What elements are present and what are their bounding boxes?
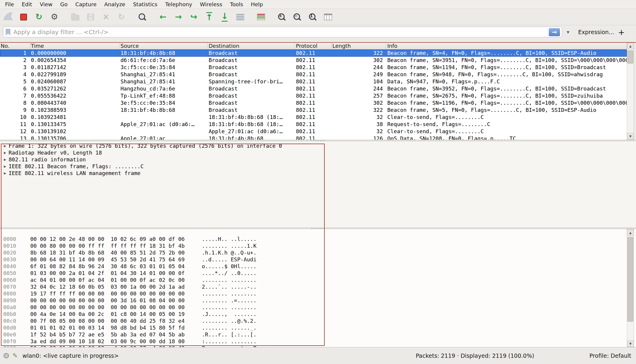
packet-row[interactable]: 40.022799189Shanghai_27:85:41Broadcast80… bbox=[0, 71, 627, 78]
hex-row[interactable]: 00d001 01 01 02 01 00 03 14 98 d8 bd b4 … bbox=[0, 324, 636, 331]
find-packet-button[interactable] bbox=[136, 10, 148, 24]
packet-row[interactable]: 100.10392348118:31:bf:4b:8b:68 (18:…802.… bbox=[0, 114, 627, 121]
capture-options-button[interactable]: ⚙ bbox=[48, 10, 61, 24]
zoom-reset-button[interactable]: 1 bbox=[306, 10, 319, 24]
column-header-protocol[interactable]: Protocol bbox=[295, 42, 332, 49]
column-header-source[interactable]: Source bbox=[120, 42, 208, 49]
add-filter-button[interactable]: + bbox=[618, 28, 625, 36]
hex-offset: 0080 bbox=[3, 290, 16, 297]
hex-row[interactable]: 00e01f 52 b4 b5 b7 72 ae e5 5b ab 3a ed … bbox=[0, 331, 636, 338]
zoom-out-icon: − bbox=[293, 12, 302, 21]
menu-go[interactable]: Go bbox=[56, 0, 72, 8]
hex-row[interactable]: 00a000 00 00 00 00 00 00 00 00 00 00 00 … bbox=[0, 304, 636, 311]
hex-row[interactable]: 00c000 7f 08 05 00 08 00 00 00 00 40 dd … bbox=[0, 317, 636, 324]
go-to-packet-button[interactable]: ↪ bbox=[188, 10, 200, 24]
detail-line[interactable]: ▶802.11 radio information bbox=[0, 156, 636, 163]
column-header-info[interactable]: Info bbox=[386, 42, 627, 49]
start-capture-button[interactable] bbox=[2, 10, 14, 24]
expander-icon[interactable]: ▶ bbox=[1, 170, 9, 177]
menu-capture[interactable]: Capture bbox=[72, 0, 101, 8]
hex-bytes: 00 00 12 00 2e 48 00 00 10 02 6c 09 a0 0… bbox=[30, 236, 185, 242]
packet-row[interactable]: 20.002654354d6:61:fe:cd:7a:6eBroadcast80… bbox=[0, 57, 627, 64]
scroll-down-icon[interactable]: ▼ bbox=[627, 340, 634, 347]
go-back-button[interactable]: ← bbox=[157, 10, 169, 24]
go-to-top-button[interactable]: ↑ bbox=[203, 10, 215, 24]
menu-tools[interactable]: Tools bbox=[226, 0, 247, 8]
hex-row[interactable]: 0060ac 04 01 00 00 0f ac 04 01 00 00 0f … bbox=[0, 276, 636, 283]
column-header-no[interactable]: No. bbox=[0, 42, 30, 49]
colorize-packets-button[interactable] bbox=[255, 10, 267, 24]
detail-line[interactable]: ▶Frame 1: 322 bytes on wire (2576 bits),… bbox=[0, 142, 636, 149]
hex-row[interactable]: 007032 04 0c 12 18 60 0b 05 03 00 1a 00 … bbox=[0, 283, 636, 290]
cell-protocol: 802.11 bbox=[295, 50, 332, 57]
column-header-length[interactable]: Length bbox=[332, 42, 386, 49]
hex-row[interactable]: 00208b 68 18 31 bf 4b 8b 68 40 00 85 51 … bbox=[0, 249, 636, 256]
expander-icon[interactable]: ▶ bbox=[1, 149, 9, 156]
column-header-destination[interactable]: Destination bbox=[208, 42, 295, 49]
hex-scrollbar-thumb[interactable] bbox=[627, 237, 633, 322]
menu-edit[interactable]: Edit bbox=[18, 0, 36, 8]
hex-row[interactable]: 00406f 01 08 82 84 8b 96 24 30 48 6c 03 … bbox=[0, 263, 636, 270]
display-filter-input[interactable] bbox=[13, 28, 549, 36]
packet-row[interactable]: 60.035271262Hangzhou_cd:7a:6eBroadcast80… bbox=[0, 85, 627, 92]
stop-capture-button[interactable] bbox=[17, 10, 30, 24]
packet-row[interactable]: 90.10238859318:31:bf:4b:8b:68Broadcast80… bbox=[0, 107, 627, 114]
packet-list-scrollbar-thumb[interactable] bbox=[627, 50, 633, 63]
hex-row[interactable]: 00f03a ed dd 09 00 10 18 02 03 00 9c 00 … bbox=[0, 338, 636, 345]
save-capture-file-button[interactable] bbox=[84, 10, 97, 24]
packet-list-scrollbar[interactable]: ▲ ▼ bbox=[627, 42, 634, 140]
menu-file[interactable]: File bbox=[1, 0, 18, 8]
menu-wireless[interactable]: Wireless bbox=[196, 0, 226, 8]
expression-button[interactable]: Expression... bbox=[578, 29, 614, 35]
scroll-up-icon[interactable]: ▲ bbox=[627, 43, 634, 49]
packet-row[interactable]: 80.0804437403e:f5:cc:0e:35:84Broadcast80… bbox=[0, 99, 627, 107]
hex-row[interactable]: 010050 f2 02 01 01 84 00 03 a4 00 00 27 … bbox=[0, 345, 636, 347]
hex-row[interactable]: 001000 00 80 00 00 00 ff ff ff ff ff ff … bbox=[0, 242, 636, 249]
zoom-out-button[interactable]: − bbox=[291, 10, 303, 24]
zoom-in-button[interactable]: + bbox=[275, 10, 288, 24]
detail-line[interactable]: ▶IEEE 802.11 Beacon frame, Flags: ......… bbox=[0, 163, 636, 170]
expander-icon[interactable]: ▶ bbox=[1, 142, 9, 149]
detail-line[interactable]: ▶Radiotap Header v0, Length 18 bbox=[0, 149, 636, 156]
hex-row[interactable]: 009000 00 00 00 00 00 00 00 00 3d 16 01 … bbox=[0, 297, 636, 304]
packet-row[interactable]: 70.055536422Tp-LinkT_ef:48:88Broadcast80… bbox=[0, 92, 627, 99]
filter-dropdown-button[interactable]: ▾ bbox=[563, 27, 573, 37]
menu-help[interactable]: Help bbox=[247, 0, 267, 8]
bookmark-icon[interactable] bbox=[6, 29, 10, 36]
packet-row[interactable]: 10.00000000018:31:bf:4b:8b:68Broadcast80… bbox=[0, 50, 627, 57]
packet-row[interactable]: 130.130135706Apple_27:01:ac18:31:bf:4b:8… bbox=[0, 135, 627, 140]
profile-button[interactable]: Profile: Default bbox=[589, 352, 631, 359]
column-header-time[interactable]: Time bbox=[30, 42, 120, 49]
packet-row[interactable]: 50.024060087Shanghai_27:85:41Spanning-tr… bbox=[0, 78, 627, 85]
menu-telephony[interactable]: Telephony bbox=[161, 0, 196, 8]
go-forward-button[interactable]: → bbox=[172, 10, 185, 24]
hex-row[interactable]: 008019 17 ff ff ff 00 00 00 00 00 00 00 … bbox=[0, 290, 636, 297]
restart-capture-button[interactable]: ↻ bbox=[33, 10, 45, 24]
go-to-bottom-button[interactable]: ↓ bbox=[218, 10, 231, 24]
hex-row[interactable]: 003000 00 64 00 11 14 00 09 45 53 50 2d … bbox=[0, 256, 636, 263]
scroll-down-icon[interactable]: ▼ bbox=[627, 133, 634, 139]
menu-view[interactable]: View bbox=[36, 0, 56, 8]
detail-line[interactable]: ▶IEEE 802.11 wireless LAN management fra… bbox=[0, 170, 636, 177]
packet-row[interactable]: 120.130139102Apple_27:01:ac (d0:a6:…802.… bbox=[0, 128, 627, 135]
menu-statistics[interactable]: Statistics bbox=[129, 0, 161, 8]
close-capture-file-button[interactable]: × bbox=[100, 10, 112, 24]
expert-info-icon[interactable] bbox=[4, 353, 9, 358]
hex-row[interactable]: 005001 03 00 00 2a 01 04 2f 01 04 30 14 … bbox=[0, 270, 636, 276]
packet-row[interactable]: 110.130133475Apple_27:01:ac (d0:a6:…18:3… bbox=[0, 121, 627, 128]
scroll-up-icon[interactable]: ▲ bbox=[627, 229, 634, 236]
apply-filter-button[interactable]: → bbox=[549, 28, 560, 36]
auto-scroll-button[interactable] bbox=[234, 10, 246, 24]
open-capture-file-button[interactable] bbox=[69, 10, 81, 24]
hex-row[interactable]: 000000 00 12 00 2e 48 00 00 10 02 6c 09 … bbox=[0, 236, 636, 242]
hex-row[interactable]: 00b000 4a 0e 14 00 0a 00 2c 01 c8 00 14 … bbox=[0, 311, 636, 317]
expander-icon[interactable]: ▶ bbox=[1, 156, 9, 163]
packet-row[interactable]: 30.0118271423c:f5:cc:0e:35:84Broadcast80… bbox=[0, 64, 627, 71]
expander-icon[interactable]: ▶ bbox=[1, 163, 9, 170]
reload-capture-file-button[interactable]: ↻ bbox=[115, 10, 128, 24]
capture-comment-icon[interactable]: ✎ bbox=[12, 352, 18, 359]
menu-analyze[interactable]: Analyze bbox=[100, 0, 129, 8]
hex-scrollbar[interactable]: ▲ ▼ bbox=[627, 229, 634, 347]
hex-ascii: .R...r.. [.:...[. bbox=[202, 331, 256, 338]
resize-columns-button[interactable] bbox=[322, 10, 334, 24]
